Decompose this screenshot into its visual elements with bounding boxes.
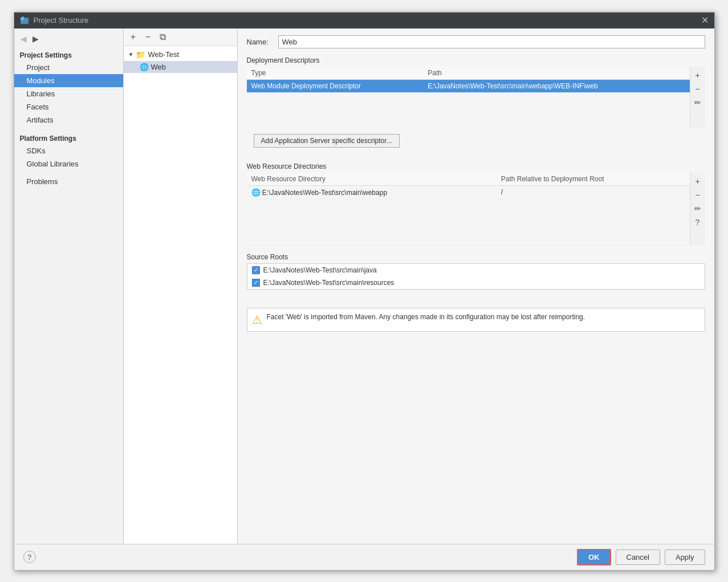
source-root-path-1: E:\JavaNotes\Web-Test\src\main\java: [263, 266, 377, 274]
cell-directory: 🌐 E:\JavaNotes\Web-Test\src\main\webapp: [247, 185, 497, 199]
tree-node-label: Web: [151, 63, 166, 71]
help-web-resource-button[interactable]: ?: [692, 216, 704, 229]
deployment-side-buttons: + − ✏: [690, 67, 705, 127]
source-roots-box: ✓ E:\JavaNotes\Web-Test\src\main\java ✓ …: [247, 263, 705, 290]
title-bar-left: Project Structure: [20, 16, 89, 25]
dialog-title: Project Structure: [34, 16, 89, 25]
project-structure-dialog: Project Structure ✕ ◀ ▶ Project Settings…: [14, 12, 715, 571]
cell-deploy-path: /: [497, 185, 690, 199]
sidebar-item-global-libraries[interactable]: Global Libraries: [14, 157, 123, 170]
table-row[interactable]: 🌐 E:\JavaNotes\Web-Test\src\main\webapp …: [247, 185, 690, 199]
edit-descriptor-button[interactable]: ✏: [692, 96, 704, 109]
checkbox-resources[interactable]: ✓: [252, 279, 260, 287]
project-settings-header: Project Settings: [14, 48, 123, 61]
name-label: Name:: [247, 38, 273, 46]
tree-node-label: Web-Test: [148, 50, 179, 59]
forward-button[interactable]: ▶: [31, 33, 40, 44]
source-roots-label: Source Roots: [247, 253, 705, 263]
web-resource-table: Web Resource Directory Path Relative to …: [247, 173, 690, 245]
cancel-button[interactable]: Cancel: [616, 550, 660, 565]
apply-button[interactable]: Apply: [665, 550, 705, 565]
content-pane: Name: Deployment Descriptors Type Pa: [238, 29, 714, 544]
deployment-descriptors-section: Deployment Descriptors Type Path: [247, 56, 705, 154]
col-web-dir: Web Resource Directory: [247, 173, 497, 186]
empty-row: [247, 92, 690, 127]
sidebar-item-artifacts[interactable]: Artifacts: [14, 113, 123, 127]
folder-icon: 📁: [136, 50, 145, 59]
cell-type: Web Module Deployment Descriptor: [247, 79, 424, 92]
checkbox-java[interactable]: ✓: [252, 266, 260, 274]
source-root-item-2[interactable]: ✓ E:\JavaNotes\Web-Test\src\main\resourc…: [247, 276, 705, 289]
web-resource-side-buttons: + − ✏ ?: [690, 173, 705, 245]
tree-pane: + − ⧉ ▼ 📁 Web-Test: [124, 29, 238, 544]
source-roots-section: Source Roots ✓ E:\JavaNotes\Web-Test\src…: [247, 253, 705, 298]
sidebar-divider-2: [14, 170, 123, 175]
source-root-item-1[interactable]: ✓ E:\JavaNotes\Web-Test\src\main\java: [247, 264, 705, 276]
deployment-descriptors-table: Type Path Web Module Deployment Descript…: [247, 67, 690, 127]
add-server-button[interactable]: Add Application Server specific descript…: [254, 134, 400, 148]
sidebar-item-sdks[interactable]: SDKs: [14, 144, 123, 157]
col-type: Type: [247, 67, 424, 80]
sidebar-nav-buttons: ◀ ▶: [14, 31, 123, 48]
platform-settings-header: Platform Settings: [14, 131, 123, 144]
remove-web-resource-button[interactable]: −: [692, 189, 704, 201]
name-row: Name:: [247, 35, 705, 48]
warning-text: Facet 'Web' is imported from Maven. Any …: [267, 313, 585, 321]
tree-toolbar: + − ⧉: [124, 29, 237, 46]
web-resource-table-area: Web Resource Directory Path Relative to …: [247, 173, 705, 245]
add-server-wrapper: Add Application Server specific descript…: [247, 127, 705, 154]
deployment-descriptors-label: Deployment Descriptors: [247, 56, 705, 67]
chevron-down-icon: ▼: [128, 51, 134, 58]
tree-node-web[interactable]: 🌐 Web: [124, 61, 237, 73]
sidebar-item-facets[interactable]: Facets: [14, 100, 123, 113]
dialog-body: ◀ ▶ Project Settings Project Modules Lib…: [14, 29, 714, 544]
col-deploy-path: Path Relative to Deployment Root: [497, 173, 690, 186]
add-web-resource-button[interactable]: +: [692, 175, 704, 188]
sidebar-divider: [14, 127, 123, 131]
name-input[interactable]: [278, 35, 705, 48]
ok-button[interactable]: OK: [577, 549, 611, 565]
remove-module-button[interactable]: −: [142, 31, 154, 43]
dialog-icon: [20, 16, 29, 25]
web-resource-label: Web Resource Directories: [247, 162, 705, 173]
help-button[interactable]: ?: [23, 551, 36, 563]
tree-pane-content: ▼ 📁 Web-Test 🌐 Web: [124, 46, 237, 544]
copy-module-button[interactable]: ⧉: [157, 31, 169, 43]
sidebar-item-project[interactable]: Project: [14, 61, 123, 74]
edit-web-resource-button[interactable]: ✏: [692, 202, 704, 215]
tree-node-web-test[interactable]: ▼ 📁 Web-Test: [124, 48, 237, 61]
warning-icon: ⚠: [252, 313, 262, 327]
center-panel: + − ⧉ ▼ 📁 Web-Test: [124, 29, 714, 544]
sidebar-item-libraries[interactable]: Libraries: [14, 87, 123, 100]
cell-path: E:\JavaNotes\Web-Test\src\main\webapp\WE…: [423, 79, 689, 92]
title-bar: Project Structure ✕: [14, 13, 714, 29]
close-button[interactable]: ✕: [701, 16, 709, 25]
sidebar-item-modules[interactable]: Modules: [14, 74, 123, 87]
table-row[interactable]: Web Module Deployment Descriptor E:\Java…: [247, 79, 690, 92]
col-path: Path: [423, 67, 689, 80]
bottom-bar: ? OK Cancel Apply: [14, 544, 714, 570]
deployment-descriptors-table-area: Type Path Web Module Deployment Descript…: [247, 67, 705, 127]
add-descriptor-button[interactable]: +: [692, 69, 704, 82]
empty-row: [247, 199, 690, 245]
sidebar-item-problems[interactable]: Problems: [14, 175, 123, 188]
warning-bar: ⚠ Facet 'Web' is imported from Maven. An…: [247, 308, 705, 332]
web-resource-section: Web Resource Directories Web Resource Di…: [247, 162, 705, 245]
add-module-button[interactable]: +: [127, 31, 140, 43]
remove-descriptor-button[interactable]: −: [692, 83, 704, 95]
svg-rect-2: [22, 17, 24, 18]
web-dir-icon: 🌐: [251, 188, 261, 197]
deployment-descriptors-table-container: Type Path Web Module Deployment Descript…: [247, 67, 690, 127]
web-module-icon: 🌐: [140, 63, 149, 71]
web-resource-table-container: Web Resource Directory Path Relative to …: [247, 173, 690, 245]
back-button[interactable]: ◀: [19, 33, 29, 44]
sidebar: ◀ ▶ Project Settings Project Modules Lib…: [14, 29, 124, 544]
bottom-left: ?: [23, 551, 573, 563]
source-root-path-2: E:\JavaNotes\Web-Test\src\main\resources: [263, 279, 394, 287]
